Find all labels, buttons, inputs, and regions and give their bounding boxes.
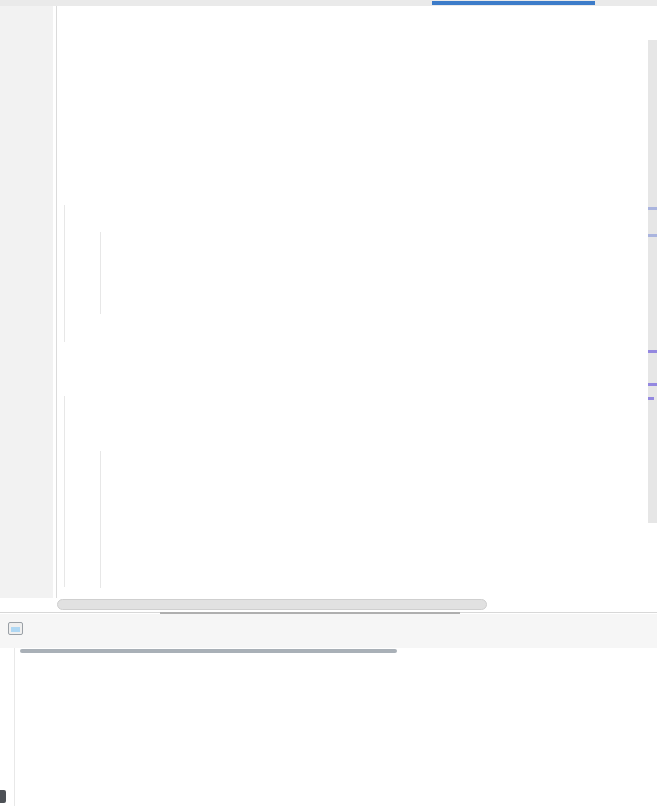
editor-horizontal-scrollbar-thumb[interactable] — [57, 599, 487, 610]
stripe-mark[interactable] — [648, 397, 654, 400]
editor-top-scrollbar-thumb[interactable] — [432, 1, 595, 5]
console-scrollbar-thumb[interactable] — [20, 649, 397, 653]
console-toolbar-separator — [14, 648, 15, 806]
console-toolbar-clipped-icon[interactable] — [0, 790, 6, 803]
console-tab-icon — [8, 622, 23, 635]
indent-guide — [64, 205, 65, 342]
stripe-mark[interactable] — [648, 234, 657, 237]
editor-gutter — [0, 6, 53, 598]
stripe-mark[interactable] — [648, 207, 657, 210]
indent-guide — [100, 451, 101, 588]
console-output-panel — [0, 648, 657, 806]
editor-vertical-scrollbar[interactable] — [648, 40, 657, 523]
ide-window — [0, 0, 657, 806]
indent-guide — [64, 396, 65, 587]
indent-guide — [100, 232, 101, 314]
stripe-mark[interactable] — [648, 383, 657, 386]
fold-guide-line — [56, 6, 57, 598]
code-editor[interactable] — [0, 6, 657, 599]
run-toolwindow-header — [0, 614, 657, 648]
stripe-mark[interactable] — [648, 350, 657, 353]
